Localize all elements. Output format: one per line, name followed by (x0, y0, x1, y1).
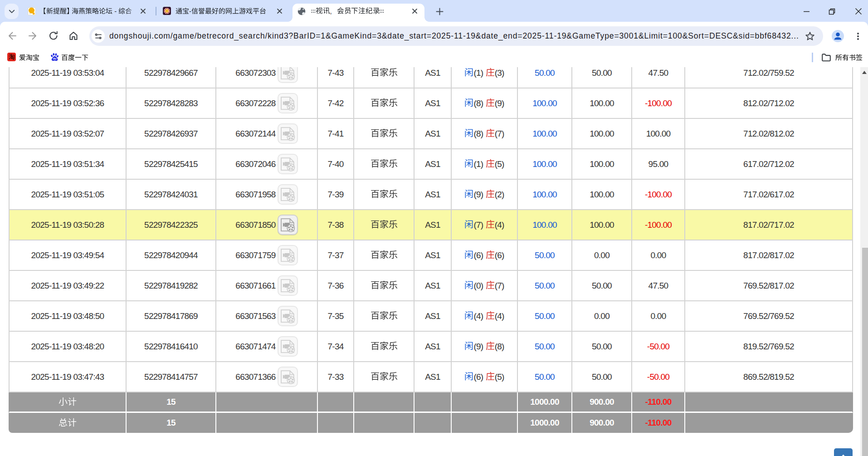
svg-text:du: du (53, 57, 57, 60)
